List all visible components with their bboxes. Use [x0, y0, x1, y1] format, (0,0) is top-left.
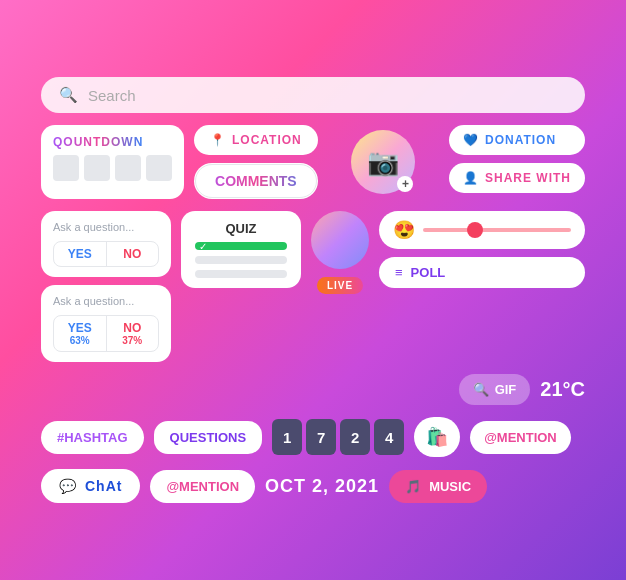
location-label: LOCATION [232, 133, 302, 147]
question-prompt-1: Ask a question... [53, 221, 159, 233]
questions-sticker[interactable]: QUESTIONS [154, 421, 263, 454]
live-col: LIVE [311, 211, 369, 294]
timer-digit-4: 4 [374, 419, 404, 455]
search-placeholder: Search [88, 87, 136, 104]
question-prompt-2: Ask a question... [53, 295, 159, 307]
no-button-2[interactable]: NO 37% [107, 316, 159, 351]
location-icon: 📍 [210, 133, 226, 147]
quiz-answer-2 [195, 256, 287, 264]
temperature-sticker[interactable]: 21°C [540, 378, 585, 401]
mention-sticker-1[interactable]: @MENTION [470, 421, 571, 454]
quiz-label: QUIZ [195, 221, 287, 236]
donation-label: DONATION [485, 133, 556, 147]
countdown-label: QOUNTDOWN [53, 135, 143, 149]
quiz-answer-correct: ✓ [195, 242, 287, 250]
no-label-2: NO [123, 321, 141, 335]
chat-label: ChAt [85, 478, 122, 494]
search-icon: 🔍 [59, 86, 78, 104]
slider-track[interactable] [423, 228, 571, 232]
share-with-sticker[interactable]: 👤 SHARE WITH [449, 163, 585, 193]
check-icon: ✓ [199, 241, 207, 252]
emoji-slider-sticker[interactable]: 😍 [379, 211, 585, 249]
mention-sticker-2[interactable]: @MENTION [150, 470, 255, 503]
poll-sticker[interactable]: ≡ POLL [379, 257, 585, 288]
yes-percent: 63% [70, 335, 90, 346]
yes-button-2[interactable]: YES 63% [54, 316, 107, 351]
countdown-sticker[interactable]: QOUNTDOWN [41, 125, 184, 199]
donation-sticker[interactable]: 💙 DONATION [449, 125, 585, 155]
row-1: QOUNTDOWN 📍 LOCATION COMMENTS 📷 [41, 125, 585, 199]
mid-col-1: 📍 LOCATION COMMENTS [194, 125, 318, 199]
quiz-answer-3 [195, 270, 287, 278]
search-icon-gif: 🔍 [473, 382, 489, 397]
comments-sticker[interactable]: COMMENTS [194, 163, 318, 199]
countdown-blocks [53, 155, 172, 181]
timer-sticker[interactable]: 1 7 2 4 [272, 419, 404, 455]
donation-icon: 💙 [463, 133, 479, 147]
row-4: #HASHTAG QUESTIONS 1 7 2 4 🛍️ @MENTION [41, 417, 585, 457]
gif-sticker[interactable]: 🔍 GIF [459, 374, 531, 405]
bag-icon: 🛍️ [426, 426, 448, 448]
yes-no-row-2: YES 63% NO 37% [53, 315, 159, 352]
right-col-2: 😍 ≡ POLL [379, 211, 585, 288]
live-circle [311, 211, 369, 269]
yes-label-2: YES [68, 321, 92, 335]
live-badge[interactable]: LIVE [317, 277, 363, 294]
comments-label: COMMENTS [195, 164, 317, 198]
emoji-icon: 😍 [393, 219, 415, 241]
yes-button-1[interactable]: YES [54, 242, 107, 266]
share-label: SHARE WITH [485, 171, 571, 185]
quiz-sticker[interactable]: QUIZ ✓ [181, 211, 301, 288]
countdown-block-4 [146, 155, 172, 181]
timer-digit-3: 2 [340, 419, 370, 455]
shopping-bag-sticker[interactable]: 🛍️ [414, 417, 460, 457]
countdown-block-1 [53, 155, 79, 181]
countdown-block-2 [84, 155, 110, 181]
row-5: 💬 ChAt @MENTION OCT 2, 2021 🎵 MUSIC [41, 469, 585, 503]
yes-no-row-1: YES NO [53, 241, 159, 267]
chat-icon: 💬 [59, 478, 77, 494]
gif-label: GIF [495, 382, 517, 397]
poll-label: POLL [411, 265, 446, 280]
yes-no-col: Ask a question... YES NO Ask a question.… [41, 211, 171, 362]
search-bar[interactable]: 🔍 Search [41, 77, 585, 113]
timer-digit-2: 7 [306, 419, 336, 455]
chat-sticker[interactable]: 💬 ChAt [41, 469, 140, 503]
camera-col: 📷 [328, 125, 439, 199]
slider-thumb [467, 222, 483, 238]
yes-no-sticker-1[interactable]: Ask a question... YES NO [41, 211, 171, 277]
timer-digit-1: 1 [272, 419, 302, 455]
no-percent: 37% [122, 335, 142, 346]
music-sticker[interactable]: 🎵 MUSIC [389, 470, 487, 503]
camera-sticker[interactable]: 📷 [351, 130, 415, 194]
poll-icon: ≡ [395, 265, 403, 280]
hashtag-sticker[interactable]: #HASHTAG [41, 421, 144, 454]
camera-icon: 📷 [367, 147, 399, 178]
music-label: MUSIC [429, 479, 471, 494]
right-col-1: 💙 DONATION 👤 SHARE WITH [449, 125, 585, 199]
row-3: 🔍 GIF 21°C [41, 374, 585, 405]
date-sticker[interactable]: OCT 2, 2021 [265, 476, 379, 497]
location-sticker[interactable]: 📍 LOCATION [194, 125, 318, 155]
row-2: Ask a question... YES NO Ask a question.… [41, 211, 585, 362]
countdown-block-3 [115, 155, 141, 181]
music-icon: 🎵 [405, 479, 421, 494]
share-icon: 👤 [463, 171, 479, 185]
yes-no-sticker-2[interactable]: Ask a question... YES 63% NO 37% [41, 285, 171, 362]
no-button-1[interactable]: NO [107, 242, 159, 266]
